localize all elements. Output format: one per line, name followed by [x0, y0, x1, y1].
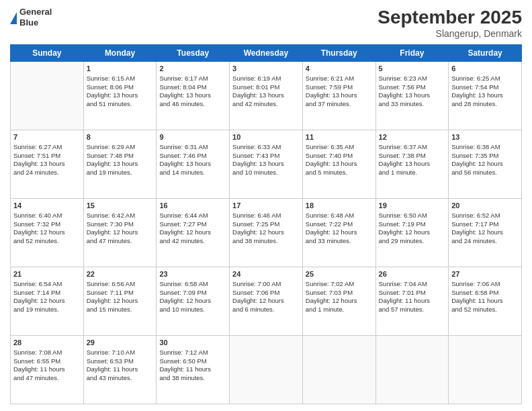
- day-info-line: Sunrise: 6:37 AM: [379, 143, 446, 152]
- day-number: 1: [87, 64, 154, 74]
- day-info-line: Daylight: 12 hours: [87, 297, 154, 306]
- page: General Blue September 2025 Slangerup, D…: [0, 0, 532, 411]
- day-number: 16: [159, 201, 226, 211]
- table-row: 22Sunrise: 6:56 AMSunset: 7:11 PMDayligh…: [83, 267, 157, 336]
- day-info-line: Sunrise: 6:27 AM: [13, 143, 81, 152]
- table-row: 1Sunrise: 6:15 AMSunset: 8:06 PMDaylight…: [83, 62, 157, 130]
- day-info-line: and 57 minutes.: [379, 306, 446, 314]
- table-row: 4Sunrise: 6:21 AMSunset: 7:59 PMDaylight…: [302, 62, 375, 130]
- day-info-line: and 52 minutes.: [13, 237, 81, 246]
- day-info-line: Daylight: 12 hours: [13, 228, 81, 237]
- day-info-line: and 33 minutes.: [306, 237, 373, 246]
- day-info-line: Sunrise: 6:21 AM: [306, 75, 373, 83]
- day-info-line: Sunrise: 6:40 AM: [13, 212, 81, 220]
- day-info-line: Daylight: 11 hours: [451, 297, 519, 306]
- day-info-line: Sunrise: 6:44 AM: [159, 212, 226, 220]
- header-monday: Monday: [83, 45, 157, 62]
- table-row: 24Sunrise: 7:00 AMSunset: 7:06 PMDayligh…: [230, 267, 303, 336]
- logo-line2: Blue: [19, 17, 52, 28]
- day-info-line: Daylight: 13 hours: [13, 160, 81, 169]
- day-number: 30: [159, 338, 226, 348]
- day-number: 4: [306, 64, 373, 74]
- day-info-line: and 6 minutes.: [232, 306, 300, 314]
- table-row: 28Sunrise: 7:08 AMSunset: 6:55 PMDayligh…: [11, 336, 84, 404]
- day-number: 10: [232, 132, 300, 142]
- logo-line1: General: [19, 7, 52, 17]
- day-info-line: Daylight: 12 hours: [451, 228, 519, 237]
- day-info-line: Sunrise: 7:10 AM: [87, 349, 154, 357]
- day-info-line: and 15 minutes.: [87, 306, 154, 314]
- day-info-line: Daylight: 13 hours: [159, 160, 226, 169]
- day-info-line: Sunset: 7:59 PM: [306, 83, 373, 92]
- day-info-line: Daylight: 12 hours: [159, 228, 226, 237]
- day-info-line: Sunset: 7:01 PM: [379, 289, 446, 298]
- day-info-line: and 51 minutes.: [87, 100, 154, 109]
- day-info-line: Sunrise: 6:25 AM: [451, 75, 519, 83]
- table-row: [230, 336, 303, 404]
- day-info-line: Sunrise: 6:38 AM: [451, 143, 519, 152]
- header-sunday: Sunday: [11, 45, 84, 62]
- day-info-line: and 46 minutes.: [159, 100, 226, 109]
- day-info-line: and 56 minutes.: [451, 169, 519, 177]
- day-info-line: Sunset: 7:25 PM: [232, 220, 300, 229]
- day-info-line: Sunrise: 6:29 AM: [87, 143, 154, 152]
- day-info-line: and 38 minutes.: [159, 374, 226, 383]
- day-info-line: Sunrise: 6:54 AM: [13, 280, 81, 289]
- day-info-line: and 37 minutes.: [306, 100, 373, 109]
- day-info-line: and 10 minutes.: [232, 169, 300, 177]
- table-row: [11, 62, 84, 130]
- day-info-line: and 1 minute.: [379, 169, 446, 177]
- table-row: 15Sunrise: 6:42 AMSunset: 7:30 PMDayligh…: [83, 199, 157, 267]
- day-number: 28: [13, 338, 81, 348]
- day-info-line: and 47 minutes.: [13, 374, 81, 383]
- day-info-line: and 43 minutes.: [87, 374, 154, 383]
- day-info-line: Sunset: 7:32 PM: [13, 220, 81, 229]
- table-row: 8Sunrise: 6:29 AMSunset: 7:48 PMDaylight…: [83, 130, 157, 199]
- day-info-line: Sunset: 7:51 PM: [13, 152, 81, 161]
- day-info-line: and 19 minutes.: [13, 306, 81, 314]
- day-info-line: Daylight: 13 hours: [232, 160, 300, 169]
- day-number: 12: [379, 132, 446, 142]
- day-info-line: Sunset: 7:30 PM: [87, 220, 154, 229]
- day-info-line: Daylight: 12 hours: [87, 228, 154, 237]
- day-info-line: Daylight: 11 hours: [13, 365, 81, 374]
- day-info-line: Sunset: 8:01 PM: [232, 83, 300, 92]
- day-info-line: Sunset: 7:38 PM: [379, 152, 446, 161]
- day-number: 26: [379, 269, 446, 279]
- day-info-line: Daylight: 12 hours: [379, 228, 446, 237]
- day-info-line: Sunset: 7:22 PM: [306, 220, 373, 229]
- day-info-line: Daylight: 13 hours: [306, 91, 373, 100]
- day-number: 6: [451, 64, 519, 74]
- table-row: 5Sunrise: 6:23 AMSunset: 7:56 PMDaylight…: [375, 62, 449, 130]
- day-info-line: Daylight: 11 hours: [87, 365, 154, 374]
- day-info-line: Sunset: 7:40 PM: [306, 152, 373, 161]
- day-info-line: Daylight: 13 hours: [232, 91, 300, 100]
- table-row: 30Sunrise: 7:12 AMSunset: 6:50 PMDayligh…: [157, 336, 230, 404]
- table-row: 23Sunrise: 6:58 AMSunset: 7:09 PMDayligh…: [157, 267, 230, 336]
- day-info-line: Sunset: 7:06 PM: [232, 289, 300, 298]
- calendar-week-row: 7Sunrise: 6:27 AMSunset: 7:51 PMDaylight…: [11, 130, 522, 199]
- table-row: 18Sunrise: 6:48 AMSunset: 7:22 PMDayligh…: [302, 199, 375, 267]
- day-info-line: and 42 minutes.: [159, 237, 226, 246]
- day-info-line: Daylight: 12 hours: [232, 297, 300, 306]
- day-info-line: Sunset: 6:55 PM: [13, 357, 81, 366]
- day-info-line: Sunset: 6:58 PM: [451, 289, 519, 298]
- day-info-line: Daylight: 12 hours: [232, 228, 300, 237]
- day-info-line: Sunset: 7:14 PM: [13, 289, 81, 298]
- day-info-line: and 5 minutes.: [306, 169, 373, 177]
- day-info-line: Sunrise: 6:15 AM: [87, 75, 154, 83]
- day-number: 19: [379, 201, 446, 211]
- day-info-line: and 24 minutes.: [13, 169, 81, 177]
- calendar-title: September 2025: [378, 7, 522, 28]
- day-info-line: Sunrise: 6:33 AM: [232, 143, 300, 152]
- day-number: 18: [306, 201, 373, 211]
- day-info-line: and 47 minutes.: [87, 237, 154, 246]
- table-row: 19Sunrise: 6:50 AMSunset: 7:19 PMDayligh…: [375, 199, 449, 267]
- day-number: 17: [232, 201, 300, 211]
- day-info-line: and 24 minutes.: [451, 237, 519, 246]
- day-info-line: Sunset: 7:46 PM: [159, 152, 226, 161]
- day-info-line: Sunrise: 6:50 AM: [379, 212, 446, 220]
- header-thursday: Thursday: [302, 45, 375, 62]
- table-row: 26Sunrise: 7:04 AMSunset: 7:01 PMDayligh…: [375, 267, 449, 336]
- day-info-line: and 14 minutes.: [159, 169, 226, 177]
